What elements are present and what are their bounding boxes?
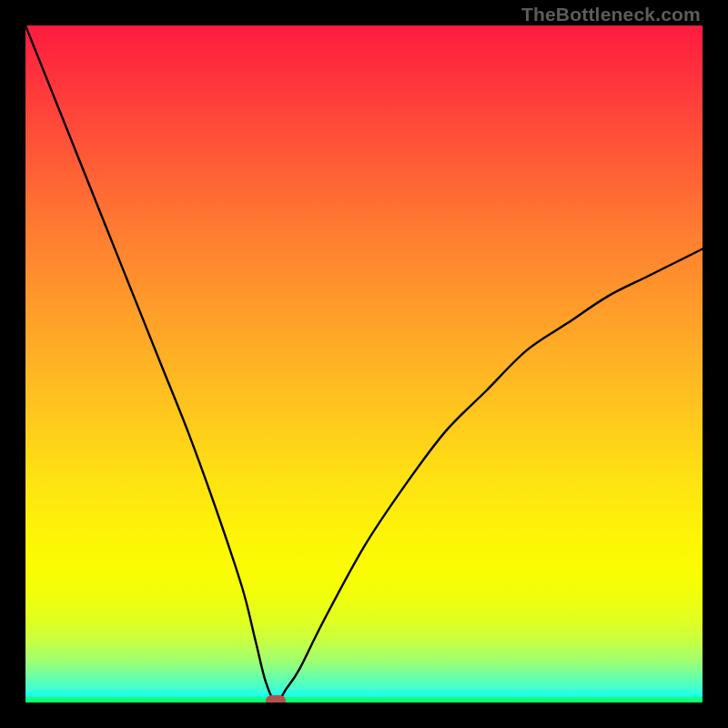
- optimal-marker: [266, 695, 286, 703]
- outer-frame: TheBottleneck.com: [0, 0, 728, 728]
- bottleneck-curve: [25, 25, 703, 703]
- plot-area: [25, 25, 703, 703]
- attribution-text: TheBottleneck.com: [521, 4, 701, 25]
